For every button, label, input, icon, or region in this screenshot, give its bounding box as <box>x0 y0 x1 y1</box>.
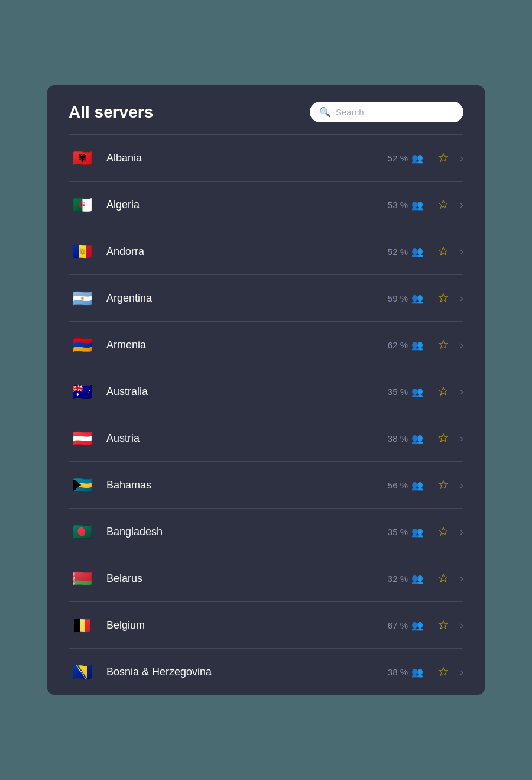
favorite-button[interactable]: ☆ <box>437 572 449 585</box>
country-name: Austria <box>106 432 388 445</box>
favorite-button[interactable]: ☆ <box>437 245 449 258</box>
load-percent: 52 % <box>388 247 408 257</box>
load-info: 38 % 👥 <box>388 666 423 678</box>
users-icon: 👥 <box>411 433 423 444</box>
users-icon: 👥 <box>411 246 423 257</box>
load-info: 32 % 👥 <box>388 573 423 584</box>
favorite-button[interactable]: ☆ <box>437 478 449 491</box>
load-info: 53 % 👥 <box>388 199 423 211</box>
load-percent: 52 % <box>388 153 408 163</box>
users-icon: 👥 <box>411 339 423 351</box>
favorite-button[interactable]: ☆ <box>437 292 449 305</box>
chevron-right-icon: › <box>460 199 463 211</box>
users-icon: 👥 <box>411 293 423 304</box>
users-icon: 👥 <box>411 526 423 538</box>
country-name: Belgium <box>106 619 388 632</box>
load-percent: 67 % <box>388 620 408 630</box>
chevron-right-icon: › <box>460 339 463 351</box>
country-name: Argentina <box>106 292 388 305</box>
chevron-right-icon: › <box>460 245 463 258</box>
country-row[interactable]: 🇦🇩 Andorra 52 % 👥 ☆ › <box>69 228 463 275</box>
country-row[interactable]: 🇩🇿 Algeria 53 % 👥 ☆ › <box>69 182 463 228</box>
country-row[interactable]: 🇧🇩 Bangladesh 35 % 👥 ☆ › <box>69 509 463 555</box>
country-flag: 🇦🇺 <box>69 378 96 405</box>
country-row[interactable]: 🇧🇾 Belarus 32 % 👥 ☆ › <box>69 555 463 602</box>
load-percent: 56 % <box>388 480 408 490</box>
favorite-button[interactable]: ☆ <box>437 151 449 164</box>
favorite-button[interactable]: ☆ <box>437 525 449 538</box>
users-icon: 👥 <box>411 573 423 584</box>
users-icon: 👥 <box>411 199 423 211</box>
country-row[interactable]: 🇦🇷 Argentina 59 % 👥 ☆ › <box>69 275 463 322</box>
chevron-right-icon: › <box>460 572 463 585</box>
country-row[interactable]: 🇧🇦 Bosnia & Herzegovina 38 % 👥 ☆ › <box>69 649 463 695</box>
search-box[interactable]: 🔍 <box>310 102 463 122</box>
load-info: 35 % 👥 <box>388 386 423 397</box>
country-row[interactable]: 🇦🇺 Australia 35 % 👥 ☆ › <box>69 368 463 415</box>
load-percent: 32 % <box>388 574 408 584</box>
load-info: 35 % 👥 <box>388 526 423 538</box>
page-title: All servers <box>69 103 153 122</box>
load-percent: 59 % <box>388 293 408 303</box>
chevron-right-icon: › <box>460 619 463 632</box>
load-info: 62 % 👥 <box>388 339 423 351</box>
users-icon: 👥 <box>411 480 423 491</box>
country-name: Australia <box>106 386 388 398</box>
chevron-right-icon: › <box>460 292 463 305</box>
country-flag: 🇧🇸 <box>69 471 96 499</box>
country-row[interactable]: 🇧🇪 Belgium 67 % 👥 ☆ › <box>69 602 463 649</box>
load-percent: 35 % <box>388 527 408 537</box>
header: All servers 🔍 <box>47 85 485 134</box>
load-percent: 35 % <box>388 387 408 397</box>
users-icon: 👥 <box>411 620 423 631</box>
favorite-button[interactable]: ☆ <box>437 619 449 632</box>
load-info: 52 % 👥 <box>388 246 423 257</box>
users-icon: 👥 <box>411 666 423 678</box>
country-flag: 🇦🇲 <box>69 331 96 358</box>
country-row[interactable]: 🇦🇱 Albania 52 % 👥 ☆ › <box>69 135 463 182</box>
country-flag: 🇧🇩 <box>69 518 96 545</box>
favorite-button[interactable]: ☆ <box>437 198 449 211</box>
country-flag: 🇧🇾 <box>69 565 96 592</box>
country-name: Armenia <box>106 339 388 351</box>
chevron-right-icon: › <box>460 432 463 445</box>
main-panel: All servers 🔍 🇦🇱 Albania 52 % 👥 ☆ › 🇩🇿 A… <box>47 85 485 695</box>
country-flag: 🇦🇹 <box>69 425 96 452</box>
chevron-right-icon: › <box>460 152 463 164</box>
search-icon: 🔍 <box>319 106 331 118</box>
country-name: Andorra <box>106 245 388 258</box>
load-percent: 53 % <box>388 200 408 210</box>
favorite-button[interactable]: ☆ <box>437 385 449 398</box>
country-list: 🇦🇱 Albania 52 % 👥 ☆ › 🇩🇿 Algeria 53 % 👥 … <box>47 135 485 695</box>
country-flag: 🇦🇩 <box>69 238 96 265</box>
load-info: 59 % 👥 <box>388 293 423 304</box>
country-name: Algeria <box>106 199 388 211</box>
chevron-right-icon: › <box>460 386 463 398</box>
country-flag: 🇦🇱 <box>69 144 96 171</box>
country-flag: 🇧🇦 <box>69 658 96 685</box>
users-icon: 👥 <box>411 153 423 164</box>
country-name: Bosnia & Herzegovina <box>106 666 388 678</box>
favorite-button[interactable]: ☆ <box>437 665 449 678</box>
favorite-button[interactable]: ☆ <box>437 432 449 445</box>
chevron-right-icon: › <box>460 666 463 678</box>
country-flag: 🇩🇿 <box>69 191 96 218</box>
country-name: Belarus <box>106 572 388 585</box>
load-info: 56 % 👥 <box>388 480 423 491</box>
country-name: Albania <box>106 152 388 164</box>
country-row[interactable]: 🇦🇹 Austria 38 % 👥 ☆ › <box>69 415 463 462</box>
load-percent: 38 % <box>388 433 408 444</box>
country-row[interactable]: 🇦🇲 Armenia 62 % 👥 ☆ › <box>69 322 463 368</box>
load-percent: 62 % <box>388 340 408 350</box>
country-flag: 🇧🇪 <box>69 611 96 639</box>
users-icon: 👥 <box>411 386 423 397</box>
search-input[interactable] <box>336 107 454 117</box>
load-info: 67 % 👥 <box>388 620 423 631</box>
favorite-button[interactable]: ☆ <box>437 338 449 351</box>
country-name: Bahamas <box>106 479 388 491</box>
country-row[interactable]: 🇧🇸 Bahamas 56 % 👥 ☆ › <box>69 462 463 509</box>
chevron-right-icon: › <box>460 526 463 538</box>
load-info: 52 % 👥 <box>388 153 423 164</box>
load-percent: 38 % <box>388 667 408 677</box>
country-name: Bangladesh <box>106 526 388 538</box>
